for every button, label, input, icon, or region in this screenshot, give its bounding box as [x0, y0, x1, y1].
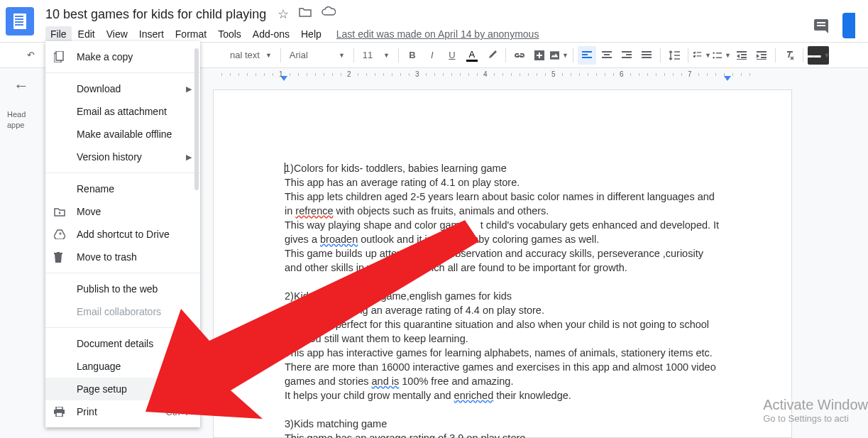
align-right-button[interactable] [617, 46, 636, 65]
checklist-button[interactable]: ▼ [693, 46, 711, 65]
svg-rect-7 [56, 407, 62, 410]
move-folder-icon[interactable] [299, 6, 312, 22]
windows-watermark: Activate Window Go to Settings to acti [763, 397, 868, 424]
document-title[interactable]: 10 best games for kids for child playing [45, 7, 266, 22]
document-body[interactable]: 1)Colors for kids- toddlers, babies lear… [285, 161, 720, 438]
svg-rect-6 [56, 51, 63, 60]
underline-button[interactable]: U [443, 46, 461, 65]
menu-addons[interactable]: Add-ons [248, 26, 295, 42]
outline-placeholder: Headappe [6, 109, 37, 131]
editing-mode-button[interactable]: ▬▬▼ [808, 46, 829, 65]
increase-indent-button[interactable] [752, 46, 771, 65]
font-family-select[interactable]: Arial▼ [285, 50, 349, 60]
menu-email-collaborators: Email collaborators [45, 300, 200, 323]
menu-add-shortcut[interactable]: Add shortcut to Drive [45, 223, 200, 246]
font-size-select[interactable]: 11▼ [358, 50, 394, 60]
folder-move-icon [54, 207, 68, 217]
star-icon[interactable]: ☆ [278, 6, 289, 22]
clear-formatting-button[interactable] [780, 46, 798, 65]
bulleted-list-button[interactable]: ▼ [713, 46, 731, 65]
drive-shortcut-icon [54, 229, 68, 239]
document-area[interactable]: 1)Colors for kids- toddlers, babies lear… [213, 89, 861, 438]
insert-link-button[interactable] [510, 46, 529, 65]
menu-print[interactable]: Print Ctrl+P [45, 400, 200, 423]
share-button[interactable] [842, 13, 855, 38]
text-color-button[interactable]: A [463, 46, 481, 65]
document-page[interactable]: 1)Colors for kids- toddlers, babies lear… [213, 89, 792, 438]
last-edit-link[interactable]: Last edit was made on April 14 by anonym… [336, 28, 539, 40]
decrease-indent-button[interactable] [732, 46, 751, 65]
menu-version-history[interactable]: Version history ▶ [45, 146, 200, 168]
insert-comment-button[interactable] [530, 46, 549, 65]
svg-point-3 [713, 52, 714, 53]
left-panel: ← Headappe [0, 68, 43, 140]
menu-insert[interactable]: Insert [134, 26, 169, 42]
copy-icon [54, 51, 68, 62]
align-center-button[interactable] [598, 46, 616, 65]
menu-publish-web[interactable]: Publish to the web [45, 278, 200, 300]
align-justify-button[interactable] [637, 46, 656, 65]
svg-point-4 [713, 57, 714, 58]
insert-image-button[interactable]: ▼ [550, 46, 568, 65]
menu-format[interactable]: Format [170, 26, 211, 42]
file-menu-dropdown: Make a copy Download ▶ Email as attachme… [45, 41, 200, 427]
bold-button[interactable]: B [403, 46, 422, 65]
menu-bar: File Edit View Insert Format Tools Add-o… [45, 26, 813, 43]
highlight-color-button[interactable] [483, 46, 501, 65]
menu-move-trash[interactable]: Move to trash [45, 246, 200, 268]
horizontal-ruler[interactable]: 1234567 [206, 68, 861, 81]
title-area: 10 best games for kids for child playing… [45, 6, 813, 43]
menu-move[interactable]: Move [45, 200, 200, 223]
menu-available-offline[interactable]: Make available offline [45, 123, 200, 146]
menu-download[interactable]: Download ▶ [45, 77, 200, 100]
svg-rect-9 [56, 412, 62, 417]
menu-document-details[interactable]: Document details [45, 332, 200, 355]
menu-page-setup[interactable]: Page setup [45, 378, 200, 400]
menu-help[interactable]: Help [296, 26, 326, 42]
menu-view[interactable]: View [101, 26, 133, 42]
menu-tools[interactable]: Tools [213, 26, 246, 42]
comments-icon[interactable] [813, 18, 830, 33]
align-left-button[interactable] [578, 46, 596, 65]
svg-rect-0 [487, 59, 497, 60]
menu-rename[interactable]: Rename [45, 177, 200, 200]
italic-button[interactable]: I [423, 46, 441, 65]
submenu-arrow-icon: ▶ [186, 84, 192, 94]
outline-back-icon[interactable]: ← [6, 77, 37, 95]
print-icon [54, 407, 68, 417]
line-spacing-button[interactable] [665, 46, 683, 65]
menu-edit[interactable]: Edit [73, 26, 100, 42]
menu-file[interactable]: File [45, 26, 72, 42]
docs-logo[interactable] [6, 7, 34, 35]
menu-email-attachment[interactable]: Email as attachment [45, 100, 200, 123]
menu-make-copy[interactable]: Make a copy [45, 45, 200, 68]
print-shortcut: Ctrl+P [166, 407, 192, 417]
cloud-status-icon[interactable] [322, 6, 336, 22]
app-header: 10 best games for kids for child playing… [0, 0, 868, 43]
submenu-arrow-icon: ▶ [186, 153, 192, 162]
menu-language[interactable]: Language [45, 355, 200, 378]
undo-button[interactable]: ↶ [21, 46, 40, 65]
trash-icon [54, 252, 68, 263]
paragraph-style-select[interactable]: nal text▼ [226, 50, 276, 60]
